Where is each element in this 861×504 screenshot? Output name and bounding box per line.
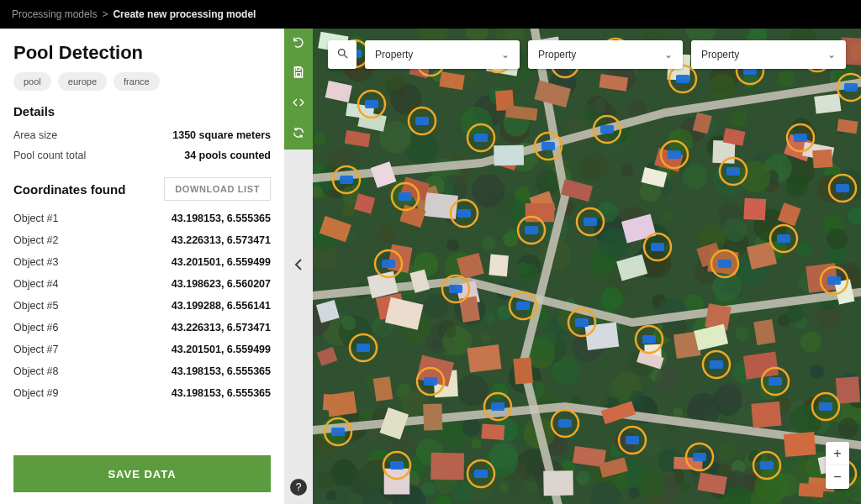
svg-line-540 xyxy=(344,55,347,58)
svg-rect-518 xyxy=(777,234,790,243)
svg-point-303 xyxy=(457,375,489,406)
svg-rect-498 xyxy=(676,75,689,83)
svg-point-43 xyxy=(342,202,357,217)
object-coords: 43.198153, 6.555365 xyxy=(172,365,271,377)
svg-point-266 xyxy=(341,316,356,330)
save-icon xyxy=(292,66,305,82)
svg-point-385 xyxy=(483,312,494,323)
object-label: Object #5 xyxy=(13,300,59,312)
svg-rect-516 xyxy=(651,243,664,251)
coordinate-row: Object #143.198153, 6.555365 xyxy=(13,207,271,229)
save-button[interactable] xyxy=(284,59,313,89)
object-label: Object #3 xyxy=(13,256,59,268)
help-icon: ? xyxy=(296,481,302,493)
svg-rect-511 xyxy=(340,176,353,184)
svg-point-252 xyxy=(378,225,395,243)
svg-rect-533 xyxy=(693,453,706,461)
property-dropdown-1[interactable]: Property ⌄ xyxy=(365,40,520,69)
details-heading: Details xyxy=(13,104,271,118)
aerial-imagery xyxy=(313,29,861,504)
svg-rect-523 xyxy=(575,318,589,327)
svg-point-153 xyxy=(446,239,458,251)
property-dropdown-3[interactable]: Property ⌄ xyxy=(691,40,846,69)
sync-button[interactable] xyxy=(284,119,313,150)
svg-point-333 xyxy=(790,404,821,434)
zoom-out-button[interactable]: − xyxy=(826,465,849,489)
svg-point-374 xyxy=(446,327,457,338)
svg-rect-522 xyxy=(516,302,530,310)
svg-point-332 xyxy=(680,482,691,493)
coordinate-row: Object #643.226313, 6.573471 xyxy=(13,317,271,339)
detail-label: Pool count total xyxy=(13,150,86,161)
breadcrumb-current: Create new processing model xyxy=(113,8,256,20)
object-coords: 43.226313, 6.573471 xyxy=(172,322,271,333)
svg-rect-513 xyxy=(457,209,471,218)
svg-rect-505 xyxy=(541,142,555,150)
svg-point-173 xyxy=(683,164,708,189)
svg-point-392 xyxy=(735,327,749,341)
svg-point-81 xyxy=(743,73,758,87)
breadcrumb-separator: > xyxy=(102,8,108,20)
svg-point-335 xyxy=(838,418,858,438)
tag[interactable]: france xyxy=(114,72,160,91)
svg-rect-510 xyxy=(836,184,849,192)
help-button[interactable]: ? xyxy=(290,479,307,496)
svg-rect-524 xyxy=(642,335,656,344)
tag[interactable]: europe xyxy=(58,72,107,91)
svg-rect-536 xyxy=(331,428,345,436)
svg-rect-0 xyxy=(296,67,300,70)
svg-point-158 xyxy=(786,305,804,323)
download-list-button[interactable]: DOWNLOAD LIST xyxy=(164,177,271,201)
svg-rect-531 xyxy=(558,419,572,428)
svg-point-226 xyxy=(326,491,336,501)
object-coords: 43.198153, 6.555365 xyxy=(172,387,271,399)
map-viewport[interactable]: Property ⌄ Property ⌄ Property ⌄ + − xyxy=(313,29,861,504)
dropdown-label: Property xyxy=(701,49,739,60)
coordinate-row: Object #443.198623, 6.560207 xyxy=(13,273,271,295)
svg-rect-515 xyxy=(584,218,597,226)
chevron-down-icon: ⌄ xyxy=(664,49,673,60)
svg-point-539 xyxy=(338,49,345,55)
svg-rect-475 xyxy=(423,403,442,430)
property-dropdown-2[interactable]: Property ⌄ xyxy=(528,40,683,69)
map-search-button[interactable] xyxy=(328,40,357,69)
save-data-button[interactable]: SAVE DATA xyxy=(13,455,271,492)
dropdown-label: Property xyxy=(375,49,413,60)
svg-rect-507 xyxy=(668,150,681,159)
detail-row-pool-count: Pool count total 34 pools counted xyxy=(13,145,271,165)
tag[interactable]: pool xyxy=(13,72,51,91)
svg-rect-538 xyxy=(474,470,488,478)
map-filter-bar: Property ⌄ Property ⌄ Property ⌄ xyxy=(328,40,846,69)
zoom-in-button[interactable]: + xyxy=(826,442,849,465)
undo-icon xyxy=(292,35,305,52)
svg-point-90 xyxy=(502,214,513,225)
svg-point-33 xyxy=(758,121,774,137)
page-title: Pool Detection xyxy=(13,42,271,64)
svg-point-296 xyxy=(637,470,665,498)
coords-heading: Coordinates found xyxy=(13,182,125,197)
code-button[interactable] xyxy=(284,89,313,119)
svg-rect-503 xyxy=(415,117,429,125)
svg-rect-474 xyxy=(543,470,573,496)
object-coords: 43.226313, 6.573471 xyxy=(172,234,271,246)
breadcrumb-parent[interactable]: Processing models xyxy=(12,8,97,20)
svg-rect-506 xyxy=(600,125,614,134)
object-coords: 43.198623, 6.560207 xyxy=(172,278,271,290)
svg-point-350 xyxy=(421,481,436,496)
collapse-panel-button[interactable] xyxy=(284,251,313,281)
coordinate-row: Object #243.226313, 6.573471 xyxy=(13,229,271,251)
detail-row-area-size: Area size 1350 square meters xyxy=(13,125,271,145)
svg-rect-422 xyxy=(753,319,775,345)
undo-button[interactable] xyxy=(284,29,313,59)
code-icon xyxy=(292,96,305,113)
svg-point-377 xyxy=(515,186,531,202)
svg-point-256 xyxy=(507,228,518,239)
svg-point-228 xyxy=(480,332,491,343)
svg-point-117 xyxy=(595,394,609,407)
svg-rect-410 xyxy=(513,357,533,384)
dropdown-label: Property xyxy=(538,49,576,60)
svg-rect-508 xyxy=(726,167,740,176)
svg-point-373 xyxy=(593,98,606,112)
svg-point-155 xyxy=(673,407,683,417)
svg-rect-537 xyxy=(390,461,404,470)
